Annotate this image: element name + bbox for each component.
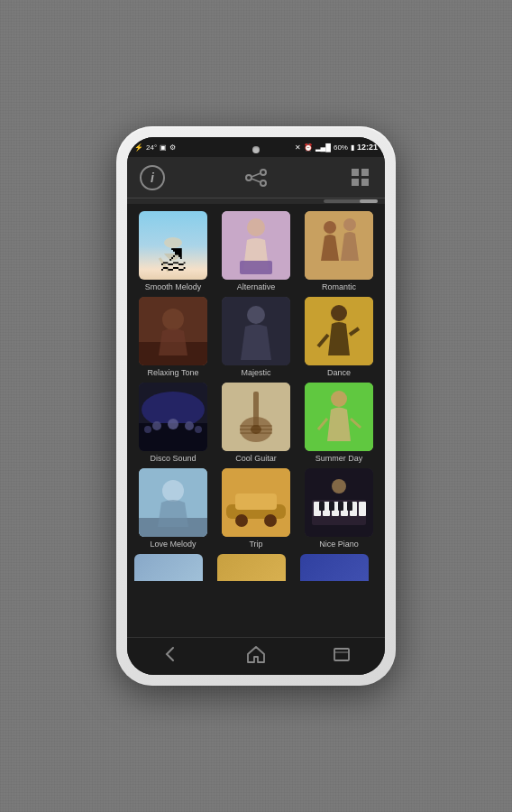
love-melody-label: Love Melody — [150, 540, 196, 549]
romantic-label: Romantic — [322, 282, 356, 291]
list-item[interactable]: Majestic — [217, 297, 295, 377]
list-item[interactable]: Relaxing Tone — [134, 297, 212, 377]
svg-point-29 — [195, 426, 202, 433]
screenshot-icon: ▣ — [160, 143, 167, 152]
info-button[interactable]: i — [138, 163, 167, 192]
majestic-figure — [222, 297, 290, 365]
phone-device: ⚡ 24° ▣ ⚙ ✕ ⏰ ▂▄█ 60% ▮ 12:21 i — [116, 126, 396, 686]
summer-figure — [305, 383, 373, 451]
svg-point-5 — [164, 237, 182, 248]
disco-sound-label: Disco Sound — [150, 454, 196, 463]
list-item[interactable]: Nice Piano — [300, 468, 378, 549]
scrollbar-thumb[interactable] — [360, 199, 378, 203]
cool-guitar-thumb — [222, 383, 290, 451]
share-button[interactable] — [242, 163, 270, 192]
grid-icon — [352, 169, 369, 186]
svg-rect-58 — [329, 502, 334, 511]
trip-figure — [222, 468, 290, 537]
partial-row — [134, 554, 378, 581]
svg-line-4 — [251, 179, 261, 182]
recent-apps-button[interactable] — [317, 637, 366, 675]
svg-point-61 — [332, 479, 346, 494]
usb-icon: ⚡ — [134, 143, 143, 152]
list-item[interactable]: Trip — [217, 468, 295, 549]
trip-thumb — [222, 468, 290, 537]
svg-point-38 — [331, 391, 347, 407]
majestic-thumb — [222, 297, 290, 365]
svg-point-17 — [247, 306, 265, 324]
girl-figure — [222, 211, 290, 280]
summer-day-label: Summer Day — [315, 454, 363, 463]
guitar-figure — [222, 383, 290, 451]
svg-rect-48 — [235, 494, 277, 510]
svg-rect-10 — [305, 211, 373, 280]
home-button[interactable] — [232, 637, 280, 675]
signal-mute-icon: ✕ — [295, 143, 301, 152]
list-item[interactable]: Dance — [300, 297, 378, 377]
svg-point-12 — [343, 218, 356, 231]
partial-thumb-2 — [217, 554, 286, 581]
dance-thumb — [305, 297, 373, 365]
brown-bg — [139, 297, 207, 365]
share-icon — [245, 169, 267, 187]
majestic-label: Majestic — [241, 368, 270, 377]
svg-point-28 — [144, 426, 151, 433]
back-icon — [160, 644, 180, 664]
svg-rect-60 — [347, 502, 352, 511]
bottom-nav — [127, 637, 385, 675]
smooth-melody-thumb — [139, 211, 207, 280]
alternative-thumb — [222, 211, 290, 280]
partial-thumb-3 — [300, 554, 369, 581]
relaxing-tone-thumb — [139, 297, 207, 365]
list-item[interactable]: Cool Guitar — [217, 383, 295, 463]
romantic-thumb — [305, 211, 373, 280]
scrollbar-area — [127, 198, 385, 204]
svg-rect-57 — [319, 502, 325, 511]
svg-rect-59 — [338, 502, 343, 511]
nice-piano-thumb — [305, 468, 373, 537]
home-icon — [246, 644, 266, 664]
list-item[interactable]: Love Melody — [134, 468, 212, 549]
status-bar: ⚡ 24° ▣ ⚙ ✕ ⏰ ▂▄█ 60% ▮ 12:21 — [127, 137, 385, 157]
svg-rect-56 — [359, 502, 366, 516]
info-icon: i — [140, 165, 165, 190]
svg-point-46 — [235, 514, 248, 527]
svg-point-47 — [264, 514, 277, 527]
music-grid: Smooth Melody Alternative — [134, 211, 378, 549]
status-left: ⚡ 24° ▣ ⚙ — [134, 143, 176, 152]
recent-apps-icon — [332, 644, 352, 664]
svg-point-15 — [162, 309, 184, 330]
list-item[interactable]: Smooth Melody — [134, 211, 212, 291]
status-right: ✕ ⏰ ▂▄█ 60% ▮ 12:21 — [295, 143, 378, 152]
list-item[interactable]: Disco Sound — [134, 383, 212, 463]
dance-couple — [305, 211, 373, 280]
settings-icon: ⚙ — [169, 143, 176, 152]
temperature: 24° — [146, 143, 157, 152]
grid-view-button[interactable] — [345, 163, 374, 192]
battery-percent: 60% — [334, 143, 348, 152]
app-header: i — [127, 157, 385, 198]
partial-thumb-1 — [134, 554, 203, 581]
svg-rect-32 — [253, 392, 259, 429]
svg-point-0 — [261, 170, 266, 175]
back-button[interactable] — [146, 637, 195, 675]
svg-point-19 — [331, 305, 347, 321]
signal-bars: ▂▄█ — [315, 143, 331, 152]
svg-rect-9 — [240, 261, 272, 274]
svg-point-2 — [246, 175, 251, 180]
svg-point-27 — [185, 421, 194, 430]
list-item[interactable]: Romantic — [300, 211, 378, 291]
summer-day-thumb — [305, 383, 373, 451]
list-item[interactable]: Alternative — [217, 211, 295, 291]
beach-figure — [151, 235, 196, 276]
trip-label: Trip — [249, 540, 262, 549]
svg-rect-62 — [334, 649, 349, 660]
alternative-label: Alternative — [237, 282, 276, 291]
piano-figure — [305, 468, 373, 537]
phone-screen: ⚡ 24° ▣ ⚙ ✕ ⏰ ▂▄█ 60% ▮ 12:21 i — [127, 137, 385, 675]
clock: 12:21 — [357, 143, 378, 152]
list-item[interactable]: Summer Day — [300, 383, 378, 463]
relaxing-tone-label: Relaxing Tone — [148, 368, 199, 377]
svg-point-1 — [261, 180, 266, 186]
smooth-melody-label: Smooth Melody — [145, 282, 202, 291]
